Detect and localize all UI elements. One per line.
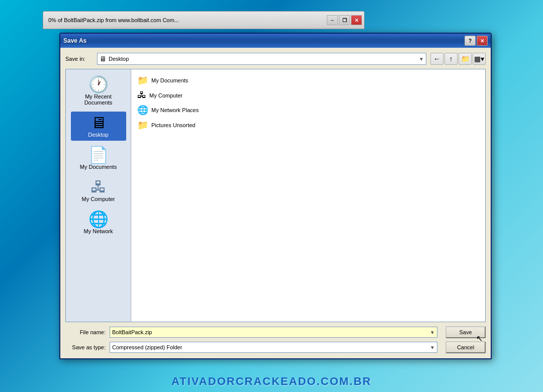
my-documents-icon: 📄 [88,147,109,163]
filename-dropdown-arrow-icon: ▼ [430,330,435,335]
dialog-title-buttons: ? ✕ [465,36,488,46]
filename-label: File name: [65,329,106,335]
sidebar-mydocuments-label: My Documents [80,164,117,170]
sidebar-item-mycomputer[interactable]: 🖧 My Computer [71,176,126,205]
file-item-name: My Network Places [151,107,199,113]
sidebar-desktop-label: Desktop [88,132,108,138]
pictures-folder-icon: 📁 [137,120,148,131]
dialog-title: Save As [63,37,86,44]
network-places-icon: 🌐 [137,105,148,116]
sidebar-item-desktop[interactable]: 🖥 Desktop [71,112,126,141]
download-bar-buttons: – ❐ ✕ [327,15,362,25]
sidebar-recent-label: My RecentDocuments [84,93,113,106]
filename-input[interactable]: BoltBaitPack.zip ▼ [110,327,437,338]
list-item[interactable]: 📁 My Documents [135,73,481,87]
download-bar-title: 0% of BoltBaitPack.zip from www.boltbait… [45,17,179,23]
restore-button[interactable]: ❐ [339,15,350,25]
save-in-dropdown[interactable]: 🖥 Desktop ▼ [97,53,426,65]
save-button[interactable]: Save [445,326,486,338]
up-folder-button[interactable]: ↑ [444,53,458,65]
file-item-name: My Computer [149,92,183,99]
sidebar-mycomputer-label: My Computer [81,196,115,202]
main-content-area: 🕐 My RecentDocuments 🖥 Desktop 📄 My Docu… [65,69,486,322]
file-item-name: My Documents [151,77,188,83]
new-folder-icon: 📁 [461,55,470,63]
list-item[interactable]: 🖧 My Computer [135,88,481,102]
file-list: 📁 My Documents 🖧 My Computer 🌐 My Networ… [131,69,485,322]
filetype-dropdown-arrow-icon: ▼ [430,345,435,350]
action-buttons: Save [445,326,486,338]
sidebar-item-recent[interactable]: 🕐 My RecentDocuments [71,73,126,109]
filetype-dropdown[interactable]: Compressed (zipped) Folder ▼ [110,342,437,353]
recent-documents-icon: 🕐 [88,76,109,92]
sidebar-mynetwork-label: My Network [83,228,113,234]
dialog-titlebar: Save As ? ✕ [60,34,491,48]
dialog-close-button[interactable]: ✕ [477,36,488,46]
toolbar-icons: ← ↑ 📁 ▦▾ [430,53,486,65]
file-item-name: Pictures Unsorted [151,122,195,128]
my-network-icon: 🌐 [88,211,109,227]
dialog-body: Save in: 🖥 Desktop ▼ ← ↑ 📁 ▦▾ [60,48,491,358]
view-button[interactable]: ▦▾ [473,53,486,65]
up-icon: ↑ [449,55,453,63]
filetype-label: Save as type: [65,344,106,350]
filename-row: File name: BoltBaitPack.zip ▼ Save [65,326,486,338]
desktop-icon: 🖥 [90,115,107,131]
view-icon: ▦▾ [474,55,484,63]
back-button[interactable]: ← [430,53,443,65]
back-icon: ← [433,55,440,63]
my-computer-icon: 🖧 [90,179,107,195]
save-in-folder-icon: 🖥 [100,55,107,63]
my-computer-list-icon: 🖧 [137,90,146,101]
filename-value: BoltBaitPack.zip [112,329,429,335]
save-in-dropdown-arrow-icon: ▼ [419,56,424,62]
sidebar-item-mydocuments[interactable]: 📄 My Documents [71,144,126,173]
sidebar: 🕐 My RecentDocuments 🖥 Desktop 📄 My Docu… [66,69,131,322]
sidebar-item-mynetwork[interactable]: 🌐 My Network [71,208,126,237]
bottom-section: File name: BoltBaitPack.zip ▼ Save Save … [65,326,486,353]
filetype-row: Save as type: Compressed (zipped) Folder… [65,341,486,353]
save-in-dropdown-value: Desktop [109,56,417,62]
list-item[interactable]: 📁 Pictures Unsorted [135,118,481,132]
close-download-button[interactable]: ✕ [351,15,362,25]
save-in-row: Save in: 🖥 Desktop ▼ ← ↑ 📁 ▦▾ [65,53,486,65]
filetype-value: Compressed (zipped) Folder [112,344,429,350]
list-item[interactable]: 🌐 My Network Places [135,103,481,117]
footer-watermark: ATIVADORCRACKEADO.COM.BR [0,375,543,388]
new-folder-button[interactable]: 📁 [459,53,472,65]
my-documents-folder-icon: 📁 [137,75,148,86]
download-bar: 0% of BoltBaitPack.zip from www.boltbait… [43,11,365,29]
minimize-button[interactable]: – [327,15,338,25]
save-as-dialog: Save As ? ✕ Save in: 🖥 Desktop ▼ ← ↑ [59,33,492,359]
help-button[interactable]: ? [465,36,476,46]
save-in-label: Save in: [65,56,93,62]
